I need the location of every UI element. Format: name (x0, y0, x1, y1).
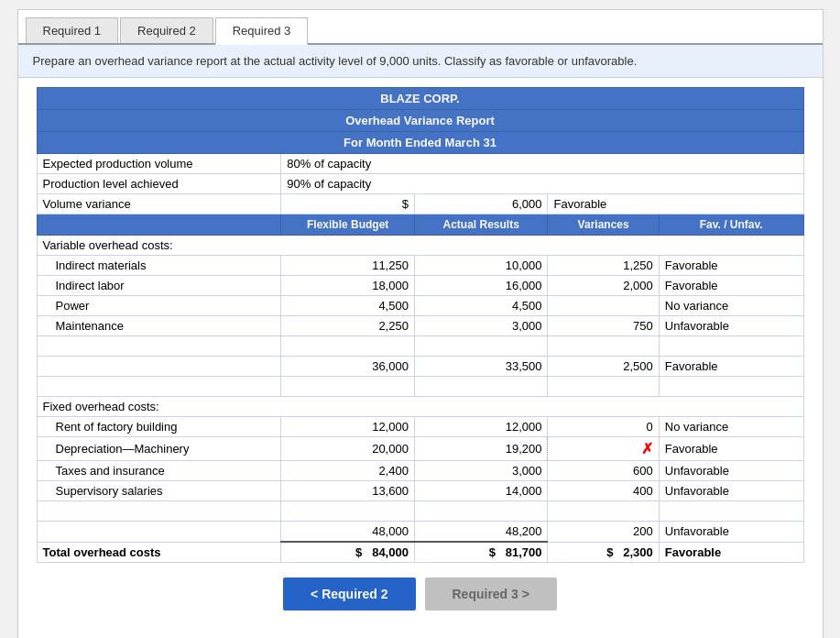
fixed-section-label-row: Fixed overhead costs: (37, 397, 803, 417)
indirect-labor-fav: Favorable (659, 276, 803, 296)
power-fav: No variance (659, 296, 803, 316)
table-row: Depreciation—Machinery 20,000 19,200 ✗ F… (37, 437, 803, 461)
fixed-subtotal-fav: Unfavorable (659, 522, 803, 543)
expected-value: 80% of capacity (281, 154, 803, 174)
tab-required2[interactable]: Required 2 (120, 17, 213, 43)
indirect-labor-actual: 16,000 (414, 276, 548, 296)
fixed-subtotal-var: 200 (548, 522, 659, 543)
supervisory-var: 400 (548, 481, 659, 501)
rent-label: Rent of factory building (37, 417, 281, 437)
total-flex: $ 84,000 (281, 542, 415, 563)
variable-subtotal-fav: Favorable (659, 357, 803, 377)
variance-symbol: $ (281, 194, 415, 214)
table-row: Power 4,500 4,500 No variance (37, 296, 803, 316)
variable-subtotal-row: 36,000 33,500 2,500 Favorable (37, 357, 803, 377)
depreciation-flex: 20,000 (281, 437, 415, 461)
rent-flex: 12,000 (281, 417, 415, 437)
expected-label: Expected production volume (37, 154, 281, 174)
maintenance-label: Maintenance (37, 316, 281, 336)
fixed-subtotal-actual: 48,200 (414, 522, 548, 543)
total-row: Total overhead costs $ 84,000 $ 81,700 $… (37, 542, 803, 563)
variable-subtotal-var: 2,500 (548, 357, 659, 377)
main-container: Required 1 Required 2 Required 3 Prepare… (17, 9, 824, 638)
rent-fav: No variance (659, 417, 803, 437)
col-flex-header: Flexible Budget (281, 214, 415, 236)
maintenance-var: 750 (548, 316, 659, 336)
achieved-value: 90% of capacity (281, 174, 803, 194)
rent-actual: 12,000 (414, 417, 548, 437)
table-row: Supervisory salaries 13,600 14,000 400 U… (37, 481, 803, 501)
empty-var-row (37, 336, 803, 357)
power-label: Power (37, 296, 281, 316)
variable-subtotal-flex: 36,000 (281, 357, 415, 377)
table-row: Maintenance 2,250 3,000 750 Unfavorable (37, 316, 803, 336)
taxes-actual: 3,000 (414, 461, 548, 481)
table-row: Indirect labor 18,000 16,000 2,000 Favor… (37, 276, 803, 296)
variance-value: 6,000 (414, 194, 548, 214)
total-actual: $ 81,700 (414, 542, 548, 563)
total-label: Total overhead costs (37, 542, 281, 563)
x-mark-icon: ✗ (641, 441, 653, 456)
variance-type: Favorable (548, 194, 803, 214)
indirect-materials-flex: 11,250 (281, 256, 415, 276)
total-var: $ 2,300 (548, 542, 659, 563)
depreciation-actual: 19,200 (414, 437, 548, 461)
col-fav-header: Fav. / Unfav. (659, 214, 803, 236)
depreciation-var: ✗ (548, 437, 659, 461)
tab-bar: Required 1 Required 2 Required 3 (18, 10, 823, 45)
depreciation-fav: Favorable (659, 437, 803, 461)
total-fav: Favorable (659, 542, 803, 563)
indirect-materials-fav: Favorable (659, 256, 803, 276)
report-subtitle-row: For Month Ended March 31 (37, 132, 803, 154)
power-var (548, 296, 659, 316)
indirect-materials-var: 1,250 (548, 256, 659, 276)
prev-button[interactable]: < Required 2 (283, 578, 415, 610)
indirect-materials-actual: 10,000 (414, 256, 548, 276)
variable-subtotal-actual: 33,500 (414, 357, 548, 377)
report-table: BLAZE CORP. Overhead Variance Report For… (37, 87, 804, 563)
variable-section-label-row: Variable overhead costs: (37, 236, 803, 256)
production-achieved-row: Production level achieved 90% of capacit… (37, 174, 803, 194)
tab-required3[interactable]: Required 3 (215, 17, 309, 45)
fixed-subtotal-flex: 48,000 (281, 522, 415, 543)
fixed-section-label: Fixed overhead costs: (37, 397, 803, 417)
nav-buttons: < Required 2 Required 3 > (37, 563, 804, 620)
table-row: Taxes and insurance 2,400 3,000 600 Unfa… (37, 461, 803, 481)
empty-separator (37, 377, 803, 397)
volume-variance-label: Volume variance (37, 194, 281, 214)
indirect-labor-flex: 18,000 (281, 276, 415, 296)
indirect-labor-label: Indirect labor (37, 276, 281, 296)
taxes-fav: Unfavorable (659, 461, 803, 481)
col-actual-header: Actual Results (414, 214, 548, 236)
expected-production-row: Expected production volume 80% of capaci… (37, 154, 803, 174)
report-subtitle: For Month Ended March 31 (37, 132, 803, 154)
maintenance-flex: 2,250 (281, 316, 415, 336)
empty-fixed-row (37, 501, 803, 522)
instruction-text: Prepare an overhead variance report at t… (18, 45, 823, 78)
volume-variance-row: Volume variance $ 6,000 Favorable (37, 194, 803, 214)
table-row: Rent of factory building 12,000 12,000 0… (37, 417, 803, 437)
table-row: Indirect materials 11,250 10,000 1,250 F… (37, 256, 803, 276)
tab-required1[interactable]: Required 1 (26, 17, 119, 43)
variable-section-label: Variable overhead costs: (37, 236, 803, 256)
achieved-label: Production level achieved (37, 174, 281, 194)
supervisory-fav: Unfavorable (659, 481, 803, 501)
col-var-header: Variances (548, 214, 659, 236)
company-header-row: BLAZE CORP. (37, 88, 803, 110)
supervisory-actual: 14,000 (414, 481, 548, 501)
rent-var: 0 (548, 417, 659, 437)
power-actual: 4,500 (414, 296, 548, 316)
indirect-labor-var: 2,000 (548, 276, 659, 296)
maintenance-actual: 3,000 (414, 316, 548, 336)
company-name: BLAZE CORP. (37, 88, 803, 110)
report-title-row: Overhead Variance Report (37, 110, 803, 132)
col-header-row: Flexible Budget Actual Results Variances… (37, 214, 803, 236)
supervisory-flex: 13,600 (281, 481, 415, 501)
maintenance-fav: Unfavorable (659, 316, 803, 336)
supervisory-label: Supervisory salaries (37, 481, 281, 501)
taxes-var: 600 (548, 461, 659, 481)
taxes-label: Taxes and insurance (37, 461, 281, 481)
report-title: Overhead Variance Report (37, 110, 803, 132)
indirect-materials-label: Indirect materials (37, 256, 281, 276)
next-button[interactable]: Required 3 > (425, 578, 557, 610)
